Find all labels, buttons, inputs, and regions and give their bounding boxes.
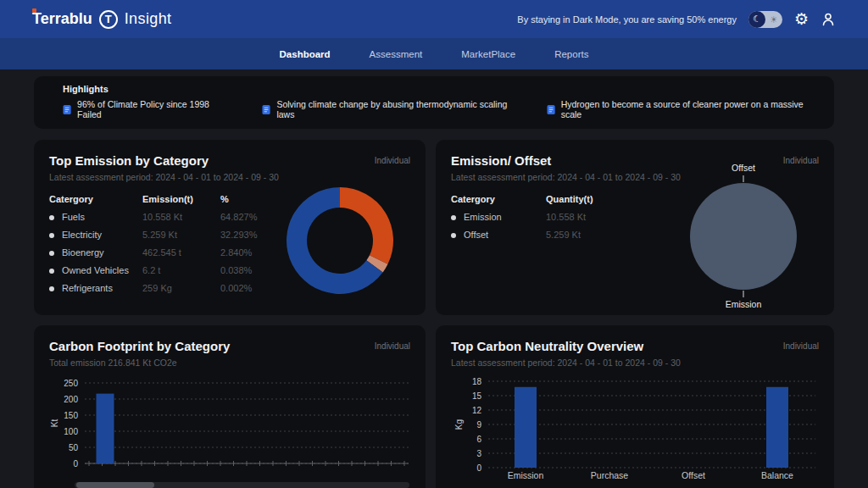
energy-saving-note: By staying in Dark Mode, you are saving … — [517, 14, 737, 25]
pie-label-bottom: Emission — [726, 299, 762, 309]
brand-suffix: Insight — [125, 10, 172, 28]
value-cell: 5.259 Kt — [546, 225, 593, 243]
bar-emission — [515, 387, 537, 468]
legend-dot — [49, 269, 54, 274]
scope-badge: Individual — [375, 156, 410, 165]
category-cell: Offset — [451, 225, 546, 243]
x-axis-tick-label: Purchase — [591, 470, 629, 480]
highlights-title: Highlights — [63, 84, 805, 94]
value-cell: 6.2 t — [142, 261, 220, 279]
card-neutrality-overview: Top Carbon Neutrality Overview Individua… — [436, 325, 834, 488]
legend-dot — [49, 233, 54, 238]
tab-reports[interactable]: Reports — [554, 49, 588, 59]
horizontal-scrollbar[interactable] — [75, 482, 409, 488]
legend-dot — [451, 233, 456, 238]
profile-icon[interactable] — [821, 12, 836, 27]
brand-name: Terrablu — [32, 10, 92, 28]
x-axis-tick-label: Balance — [761, 470, 793, 480]
column-header: Emission(t) — [142, 191, 220, 208]
table-header-row: Catergory Quantity(t) — [451, 191, 593, 208]
svg-text:0: 0 — [73, 459, 78, 469]
offset-table: Catergory Quantity(t) Emission10.558 KtO… — [451, 191, 593, 243]
scope-badge: Individual — [375, 341, 410, 351]
value-cell: 64.827% — [220, 208, 257, 225]
column-header: Catergory — [49, 191, 142, 208]
header-actions: By staying in Dark Mode, you are saving … — [517, 11, 836, 28]
card-title: Carbon Footprint by Category — [49, 339, 230, 353]
assessment-period: Latest assessment period: 2024 - 04 - 01… — [451, 358, 819, 368]
card-title: Top Emission by Category — [49, 153, 209, 168]
value-cell: 32.293% — [220, 225, 257, 243]
y-axis-label: Kt — [50, 419, 59, 428]
value-cell: 5.259 Kt — [142, 225, 220, 243]
svg-text:3: 3 — [476, 449, 481, 458]
app-header: Terrablu T Insight By staying in Dark Mo… — [0, 0, 868, 38]
emission-donut-chart — [276, 177, 403, 304]
value-cell: 10.558 Kt — [546, 208, 593, 225]
tab-marketplace[interactable]: MarketPlace — [461, 49, 515, 59]
card-carbon-footprint: Carbon Footprint by Category Individual … — [34, 325, 426, 488]
bar-balance — [766, 387, 788, 468]
carbon-footprint-bar-chart: 050100150200250Kt — [49, 374, 410, 471]
svg-text:12: 12 — [472, 406, 482, 415]
table-row: Refrigerants259 Kg0.002% — [49, 279, 257, 297]
value-cell: 0.002% — [220, 279, 257, 297]
legend-dot — [49, 251, 54, 256]
x-axis-tick-label: Emission — [508, 470, 544, 480]
document-icon — [262, 104, 270, 115]
svg-text:150: 150 — [64, 411, 78, 420]
highlight-item[interactable]: Hydrogen to become a source of cleaner p… — [547, 99, 805, 119]
table-row: Offset5.259 Kt — [451, 225, 593, 243]
scope-badge: Individual — [783, 341, 819, 351]
card-grid: Top Emission by Category Individual Late… — [34, 140, 834, 488]
category-cell: Electricity — [49, 225, 142, 243]
x-axis-tick-label: Offset — [682, 470, 705, 480]
svg-text:0: 0 — [476, 463, 481, 473]
card-top-emission: Top Emission by Category Individual Late… — [34, 140, 426, 315]
highlight-text: Solving climate change by abusing thermo… — [276, 99, 507, 119]
brand-accent-dot — [32, 8, 36, 13]
neutrality-bar-chart: 0369121518KgEmissionPurchaseOffsetBalanc… — [451, 374, 819, 483]
svg-text:100: 100 — [64, 427, 78, 436]
column-header: Catergory — [451, 191, 546, 208]
legend-dot — [49, 286, 54, 291]
table-row: Owned Vehicles6.2 t0.038% — [49, 261, 257, 279]
card-title: Emission/ Offset — [451, 153, 551, 168]
total-emission-note: Total emission 216.841 Kt CO2e — [49, 358, 410, 368]
svg-text:15: 15 — [472, 391, 482, 401]
table-row: Electricity5.259 Kt32.293% — [49, 225, 257, 243]
scrollbar-thumb[interactable] — [76, 482, 154, 488]
donut-slice-electricity — [340, 187, 393, 264]
svg-text:9: 9 — [476, 420, 481, 430]
table-row: Fuels10.558 Kt64.827% — [49, 208, 257, 225]
highlight-text: 96% of Climate Policy since 1998 Failed — [77, 99, 223, 119]
dashboard-main: Highlights 96% of Climate Policy since 1… — [0, 69, 868, 488]
brand-circle-icon: T — [99, 10, 118, 29]
dark-mode-toggle[interactable]: ☾ ☀ — [748, 11, 782, 28]
highlight-item[interactable]: Solving climate change by abusing thermo… — [262, 99, 507, 119]
value-cell: 2.840% — [220, 243, 257, 261]
bar-total-emission — [97, 394, 114, 463]
moon-icon: ☾ — [748, 11, 765, 28]
category-cell: Emission — [451, 208, 546, 225]
svg-text:18: 18 — [472, 377, 482, 386]
column-header: % — [220, 191, 257, 208]
settings-gear-icon[interactable]: ⚙ — [794, 11, 809, 27]
table-row: Emission10.558 Kt — [451, 208, 593, 225]
y-axis-label: Kg — [454, 419, 464, 430]
emission-table: Catergory Emission(t) % Fuels10.558 Kt64… — [49, 191, 257, 297]
svg-text:250: 250 — [64, 379, 78, 388]
highlights-list: 96% of Climate Policy since 1998 Failed … — [63, 99, 805, 119]
highlight-item[interactable]: 96% of Climate Policy since 1998 Failed — [63, 99, 223, 119]
category-cell: Refrigerants — [49, 279, 142, 297]
emission-offset-pie-chart: OffsetEmission — [671, 164, 815, 314]
tab-assessment[interactable]: Assessment — [370, 49, 423, 59]
value-cell: 462.545 t — [142, 243, 220, 261]
svg-text:6: 6 — [476, 435, 481, 444]
value-cell: 259 Kg — [142, 279, 220, 297]
highlight-text: Hydrogen to become a source of cleaner p… — [561, 99, 805, 119]
column-header: Quantity(t) — [546, 191, 593, 208]
category-cell: Owned Vehicles — [49, 261, 142, 279]
tab-dashboard[interactable]: Dashboard — [280, 49, 331, 59]
app-logo: Terrablu T Insight — [32, 10, 172, 29]
